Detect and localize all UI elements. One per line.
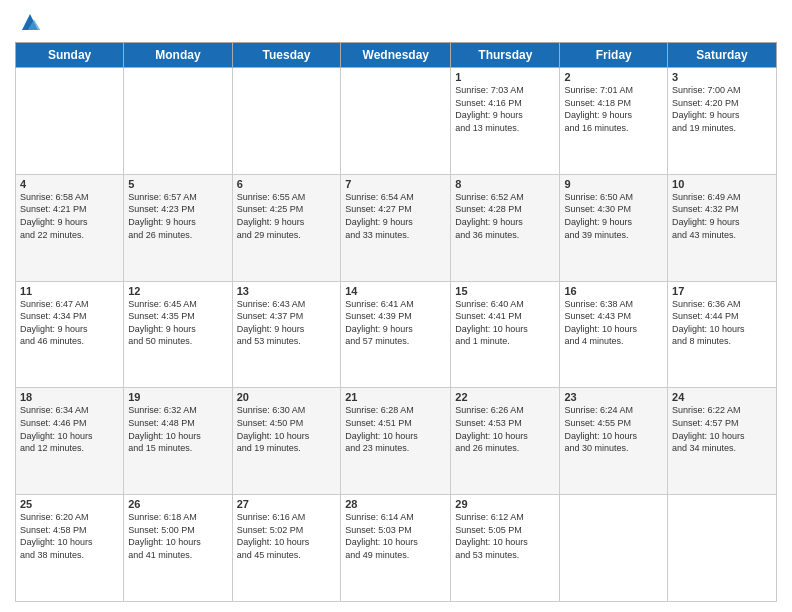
calendar-cell: 22Sunrise: 6:26 AMSunset: 4:53 PMDayligh… (451, 388, 560, 495)
logo (15, 10, 42, 34)
day-info: Sunrise: 6:36 AMSunset: 4:44 PMDaylight:… (672, 298, 772, 348)
calendar-cell: 20Sunrise: 6:30 AMSunset: 4:50 PMDayligh… (232, 388, 341, 495)
day-info: Sunrise: 6:28 AMSunset: 4:51 PMDaylight:… (345, 404, 446, 454)
day-info: Sunrise: 6:57 AMSunset: 4:23 PMDaylight:… (128, 191, 227, 241)
header (15, 10, 777, 34)
day-number: 5 (128, 178, 227, 190)
day-number: 4 (20, 178, 119, 190)
day-info: Sunrise: 6:43 AMSunset: 4:37 PMDaylight:… (237, 298, 337, 348)
weekday-header-wednesday: Wednesday (341, 43, 451, 68)
day-info: Sunrise: 7:01 AMSunset: 4:18 PMDaylight:… (564, 84, 663, 134)
week-row-3: 18Sunrise: 6:34 AMSunset: 4:46 PMDayligh… (16, 388, 777, 495)
weekday-header-thursday: Thursday (451, 43, 560, 68)
weekday-header-monday: Monday (124, 43, 232, 68)
day-number: 27 (237, 498, 337, 510)
calendar-cell: 7Sunrise: 6:54 AMSunset: 4:27 PMDaylight… (341, 174, 451, 281)
week-row-4: 25Sunrise: 6:20 AMSunset: 4:58 PMDayligh… (16, 495, 777, 602)
calendar-cell: 17Sunrise: 6:36 AMSunset: 4:44 PMDayligh… (668, 281, 777, 388)
day-info: Sunrise: 6:32 AMSunset: 4:48 PMDaylight:… (128, 404, 227, 454)
calendar-cell: 5Sunrise: 6:57 AMSunset: 4:23 PMDaylight… (124, 174, 232, 281)
calendar-cell: 26Sunrise: 6:18 AMSunset: 5:00 PMDayligh… (124, 495, 232, 602)
day-number: 16 (564, 285, 663, 297)
page: SundayMondayTuesdayWednesdayThursdayFrid… (0, 0, 792, 612)
day-number: 23 (564, 391, 663, 403)
calendar-cell: 19Sunrise: 6:32 AMSunset: 4:48 PMDayligh… (124, 388, 232, 495)
day-number: 28 (345, 498, 446, 510)
calendar-cell: 27Sunrise: 6:16 AMSunset: 5:02 PMDayligh… (232, 495, 341, 602)
day-number: 18 (20, 391, 119, 403)
day-number: 1 (455, 71, 555, 83)
day-info: Sunrise: 6:38 AMSunset: 4:43 PMDaylight:… (564, 298, 663, 348)
day-info: Sunrise: 7:00 AMSunset: 4:20 PMDaylight:… (672, 84, 772, 134)
week-row-0: 1Sunrise: 7:03 AMSunset: 4:16 PMDaylight… (16, 68, 777, 175)
day-info: Sunrise: 7:03 AMSunset: 4:16 PMDaylight:… (455, 84, 555, 134)
day-info: Sunrise: 6:52 AMSunset: 4:28 PMDaylight:… (455, 191, 555, 241)
day-info: Sunrise: 6:14 AMSunset: 5:03 PMDaylight:… (345, 511, 446, 561)
day-info: Sunrise: 6:40 AMSunset: 4:41 PMDaylight:… (455, 298, 555, 348)
weekday-header-sunday: Sunday (16, 43, 124, 68)
day-number: 22 (455, 391, 555, 403)
day-number: 21 (345, 391, 446, 403)
day-number: 15 (455, 285, 555, 297)
calendar-cell: 29Sunrise: 6:12 AMSunset: 5:05 PMDayligh… (451, 495, 560, 602)
calendar-cell: 12Sunrise: 6:45 AMSunset: 4:35 PMDayligh… (124, 281, 232, 388)
calendar-cell: 8Sunrise: 6:52 AMSunset: 4:28 PMDaylight… (451, 174, 560, 281)
week-row-2: 11Sunrise: 6:47 AMSunset: 4:34 PMDayligh… (16, 281, 777, 388)
day-info: Sunrise: 6:16 AMSunset: 5:02 PMDaylight:… (237, 511, 337, 561)
day-info: Sunrise: 6:50 AMSunset: 4:30 PMDaylight:… (564, 191, 663, 241)
day-info: Sunrise: 6:12 AMSunset: 5:05 PMDaylight:… (455, 511, 555, 561)
calendar-cell: 25Sunrise: 6:20 AMSunset: 4:58 PMDayligh… (16, 495, 124, 602)
calendar-cell (16, 68, 124, 175)
day-info: Sunrise: 6:55 AMSunset: 4:25 PMDaylight:… (237, 191, 337, 241)
day-info: Sunrise: 6:54 AMSunset: 4:27 PMDaylight:… (345, 191, 446, 241)
day-number: 6 (237, 178, 337, 190)
calendar-cell (341, 68, 451, 175)
calendar-cell: 18Sunrise: 6:34 AMSunset: 4:46 PMDayligh… (16, 388, 124, 495)
day-info: Sunrise: 6:24 AMSunset: 4:55 PMDaylight:… (564, 404, 663, 454)
calendar-cell: 2Sunrise: 7:01 AMSunset: 4:18 PMDaylight… (560, 68, 668, 175)
weekday-header-friday: Friday (560, 43, 668, 68)
calendar-cell (232, 68, 341, 175)
calendar-cell: 21Sunrise: 6:28 AMSunset: 4:51 PMDayligh… (341, 388, 451, 495)
day-info: Sunrise: 6:47 AMSunset: 4:34 PMDaylight:… (20, 298, 119, 348)
day-number: 10 (672, 178, 772, 190)
weekday-header-row: SundayMondayTuesdayWednesdayThursdayFrid… (16, 43, 777, 68)
day-info: Sunrise: 6:18 AMSunset: 5:00 PMDaylight:… (128, 511, 227, 561)
day-info: Sunrise: 6:30 AMSunset: 4:50 PMDaylight:… (237, 404, 337, 454)
day-info: Sunrise: 6:26 AMSunset: 4:53 PMDaylight:… (455, 404, 555, 454)
day-info: Sunrise: 6:41 AMSunset: 4:39 PMDaylight:… (345, 298, 446, 348)
calendar-cell: 23Sunrise: 6:24 AMSunset: 4:55 PMDayligh… (560, 388, 668, 495)
day-info: Sunrise: 6:49 AMSunset: 4:32 PMDaylight:… (672, 191, 772, 241)
day-number: 29 (455, 498, 555, 510)
day-info: Sunrise: 6:45 AMSunset: 4:35 PMDaylight:… (128, 298, 227, 348)
day-number: 7 (345, 178, 446, 190)
day-number: 2 (564, 71, 663, 83)
day-number: 13 (237, 285, 337, 297)
calendar-cell: 16Sunrise: 6:38 AMSunset: 4:43 PMDayligh… (560, 281, 668, 388)
calendar-cell: 15Sunrise: 6:40 AMSunset: 4:41 PMDayligh… (451, 281, 560, 388)
logo-icon (18, 10, 42, 34)
day-number: 19 (128, 391, 227, 403)
day-number: 14 (345, 285, 446, 297)
day-number: 8 (455, 178, 555, 190)
calendar-cell: 10Sunrise: 6:49 AMSunset: 4:32 PMDayligh… (668, 174, 777, 281)
calendar-cell: 14Sunrise: 6:41 AMSunset: 4:39 PMDayligh… (341, 281, 451, 388)
day-number: 20 (237, 391, 337, 403)
day-info: Sunrise: 6:22 AMSunset: 4:57 PMDaylight:… (672, 404, 772, 454)
day-number: 25 (20, 498, 119, 510)
day-number: 26 (128, 498, 227, 510)
calendar-cell: 3Sunrise: 7:00 AMSunset: 4:20 PMDaylight… (668, 68, 777, 175)
day-number: 17 (672, 285, 772, 297)
week-row-1: 4Sunrise: 6:58 AMSunset: 4:21 PMDaylight… (16, 174, 777, 281)
day-number: 11 (20, 285, 119, 297)
calendar-cell: 1Sunrise: 7:03 AMSunset: 4:16 PMDaylight… (451, 68, 560, 175)
weekday-header-saturday: Saturday (668, 43, 777, 68)
day-number: 12 (128, 285, 227, 297)
calendar: SundayMondayTuesdayWednesdayThursdayFrid… (15, 42, 777, 602)
calendar-cell: 9Sunrise: 6:50 AMSunset: 4:30 PMDaylight… (560, 174, 668, 281)
day-number: 9 (564, 178, 663, 190)
calendar-cell: 6Sunrise: 6:55 AMSunset: 4:25 PMDaylight… (232, 174, 341, 281)
calendar-cell: 11Sunrise: 6:47 AMSunset: 4:34 PMDayligh… (16, 281, 124, 388)
calendar-cell: 24Sunrise: 6:22 AMSunset: 4:57 PMDayligh… (668, 388, 777, 495)
day-number: 24 (672, 391, 772, 403)
